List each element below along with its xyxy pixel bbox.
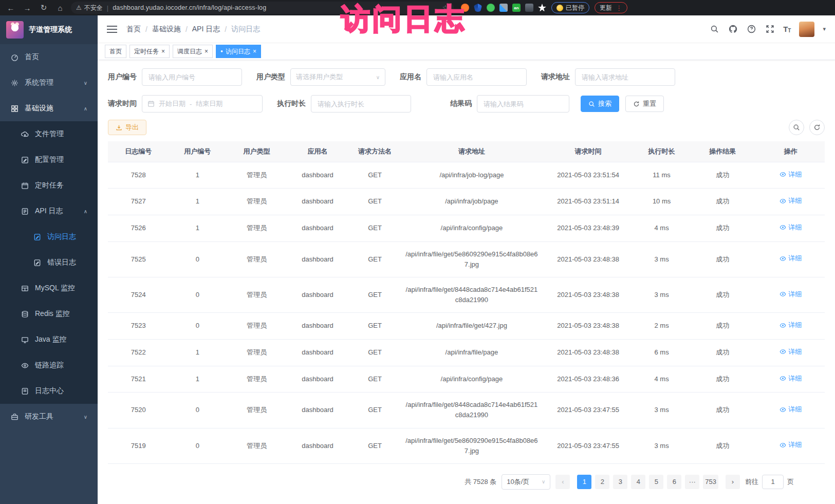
export-button[interactable]: 导出 bbox=[108, 120, 146, 135]
cell-request-time: 2021-05-03 23:51:54 bbox=[542, 162, 635, 189]
search-button[interactable]: 搜索 bbox=[581, 96, 619, 112]
start-date-placeholder: 开始日期 bbox=[159, 99, 185, 108]
extension-badge-an[interactable]: an bbox=[512, 4, 521, 12]
chevron-up-icon: ∧ bbox=[84, 106, 87, 111]
app-name-input[interactable] bbox=[426, 68, 527, 86]
browser-home-icon[interactable]: ⌂ bbox=[54, 4, 66, 12]
user-id-input[interactable] bbox=[142, 68, 242, 86]
chevron-down-icon: ∨ bbox=[84, 414, 87, 420]
extension-icon[interactable] bbox=[474, 4, 482, 12]
cell-request-url: /api/infra/job/page bbox=[402, 189, 542, 215]
access-log-table: 日志编号用户编号用户类型应用名请求方法名请求地址请求时间执行时长操作结果操作 7… bbox=[108, 141, 825, 464]
font-size-icon[interactable]: TT bbox=[783, 25, 791, 33]
address-bar[interactable]: ⚠ 不安全 | dashboard.yudao.iocoder.cn/infra… bbox=[71, 2, 454, 14]
extension-icon[interactable] bbox=[499, 4, 508, 12]
view-tab[interactable]: ● 定时任务 × bbox=[129, 45, 170, 58]
prev-page-button[interactable]: ‹ bbox=[555, 475, 570, 489]
user-avatar[interactable] bbox=[799, 22, 814, 37]
close-icon[interactable]: × bbox=[161, 48, 165, 55]
duration-input[interactable] bbox=[311, 95, 411, 113]
result-code-input[interactable] bbox=[477, 95, 569, 113]
fullscreen-icon[interactable] bbox=[765, 24, 775, 34]
sidebar-item-config-mgmt[interactable]: 配置管理 bbox=[0, 147, 98, 173]
sidebar-item-log-center[interactable]: 日志中心 bbox=[0, 378, 98, 404]
sidebar-item-mysql-monitor[interactable]: MySQL 监控 bbox=[0, 275, 98, 301]
url-text[interactable]: dashboard.yudao.iocoder.cn/infra/log/api… bbox=[113, 4, 438, 11]
hamburger-icon[interactable] bbox=[107, 26, 117, 33]
cell-method: GET bbox=[348, 215, 402, 241]
sidebar-item-infrastructure[interactable]: 基础设施 ∧ bbox=[0, 96, 98, 121]
cell-method: GET bbox=[348, 162, 402, 189]
sidebar-item-system-mgmt[interactable]: 系统管理 ∨ bbox=[0, 70, 98, 96]
sidebar-item-api-log[interactable]: API 日志 ∧ bbox=[0, 198, 98, 224]
browser-forward-icon[interactable]: → bbox=[22, 4, 33, 12]
bookmark-star-icon[interactable]: ☆ bbox=[442, 4, 449, 12]
sidebar-item-java-monitor[interactable]: Java 监控 bbox=[0, 327, 98, 352]
close-icon[interactable]: × bbox=[205, 48, 208, 55]
table-row: 7524 0 管理员 dashboard GET /api/infra/file… bbox=[108, 277, 825, 312]
detail-link[interactable]: 详细 bbox=[780, 404, 802, 415]
help-icon[interactable] bbox=[746, 24, 756, 34]
cell-app-name: dashboard bbox=[287, 339, 348, 366]
refresh-table-button[interactable] bbox=[809, 120, 825, 135]
infrastructure-icon bbox=[10, 104, 18, 113]
detail-link[interactable]: 详细 bbox=[780, 222, 802, 233]
close-icon[interactable]: × bbox=[253, 48, 256, 55]
goto-page-input[interactable] bbox=[762, 475, 784, 489]
detail-link[interactable]: 详细 bbox=[780, 374, 802, 384]
cell-result: 成功 bbox=[689, 428, 757, 463]
detail-link[interactable]: 详细 bbox=[780, 289, 802, 300]
sidebar-item-dev-tools[interactable]: 研发工具 ∨ bbox=[0, 404, 98, 430]
sidebar-item-redis-monitor[interactable]: Redis 监控 bbox=[0, 301, 98, 327]
sidebar-item-trace[interactable]: 链路追踪 bbox=[0, 352, 98, 378]
table-row: 7522 1 管理员 dashboard GET /api/infra/file… bbox=[108, 339, 825, 366]
toggle-search-button[interactable] bbox=[789, 120, 804, 135]
sidebar-item-access-log[interactable]: 访问日志 bbox=[0, 224, 98, 250]
browser-reload-icon[interactable]: ↻ bbox=[38, 3, 49, 12]
breadcrumb-item[interactable]: 首页 bbox=[126, 25, 141, 34]
breadcrumb-item[interactable]: API 日志 bbox=[192, 25, 220, 34]
user-type-select[interactable]: 请选择用户类型 ∨ bbox=[290, 68, 385, 86]
date-range-picker[interactable]: 开始日期 - 结束日期 bbox=[142, 95, 263, 113]
extension-icon[interactable] bbox=[487, 4, 495, 12]
paused-badge[interactable]: 已暂停 bbox=[551, 2, 589, 13]
detail-link[interactable]: 详细 bbox=[780, 170, 802, 180]
view-tab[interactable]: ● 首页 × bbox=[105, 45, 126, 58]
extension-icon[interactable] bbox=[461, 4, 469, 12]
sidebar-item-home[interactable]: 首页 bbox=[0, 44, 98, 70]
page-number[interactable]: 3 bbox=[613, 475, 627, 489]
detail-link[interactable]: 详细 bbox=[780, 253, 802, 264]
sidebar-item-error-log[interactable]: 错误日志 bbox=[0, 250, 98, 275]
reset-button[interactable]: 重置 bbox=[625, 96, 664, 112]
detail-link[interactable]: 详细 bbox=[780, 196, 802, 206]
page-number[interactable]: ··· bbox=[685, 475, 699, 489]
page-size-select[interactable]: 10条/页 ∨ bbox=[502, 474, 550, 490]
page-number[interactable]: 5 bbox=[649, 475, 663, 489]
browser-back-icon[interactable]: ← bbox=[5, 4, 16, 12]
sidebar-item-file-mgmt[interactable]: 文件管理 bbox=[0, 121, 98, 147]
breadcrumb-item[interactable]: 基础设施 bbox=[152, 25, 181, 34]
detail-link[interactable]: 详细 bbox=[780, 440, 802, 450]
eye-icon bbox=[780, 171, 786, 178]
table-toolbar: 导出 bbox=[108, 120, 825, 135]
view-tab[interactable]: ● 调度日志 × bbox=[173, 45, 213, 58]
page-number[interactable]: 6 bbox=[667, 475, 681, 489]
page-number[interactable]: 753 bbox=[703, 475, 718, 489]
github-icon[interactable] bbox=[728, 24, 738, 34]
page-number[interactable]: 1 bbox=[577, 475, 591, 489]
table-row: 7526 1 管理员 dashboard GET /api/infra/conf… bbox=[108, 215, 825, 241]
search-icon[interactable] bbox=[709, 24, 719, 34]
page-number[interactable]: 2 bbox=[595, 475, 609, 489]
detail-link[interactable]: 详细 bbox=[780, 347, 802, 357]
extension-icon[interactable] bbox=[525, 4, 533, 12]
update-button[interactable]: 更新 ⋮ bbox=[595, 2, 627, 13]
avatar-caret-icon[interactable]: ▾ bbox=[823, 26, 826, 32]
extension-icon[interactable] bbox=[538, 4, 546, 12]
kebab-menu-icon[interactable]: ⋮ bbox=[616, 4, 622, 12]
request-url-input[interactable] bbox=[575, 68, 675, 86]
view-tab[interactable]: ● 访问日志 × bbox=[216, 45, 261, 58]
page-number[interactable]: 4 bbox=[631, 475, 645, 489]
sidebar-item-scheduled-jobs[interactable]: 定时任务 bbox=[0, 173, 98, 198]
next-page-button[interactable]: › bbox=[726, 475, 740, 489]
detail-link[interactable]: 详细 bbox=[780, 320, 802, 330]
